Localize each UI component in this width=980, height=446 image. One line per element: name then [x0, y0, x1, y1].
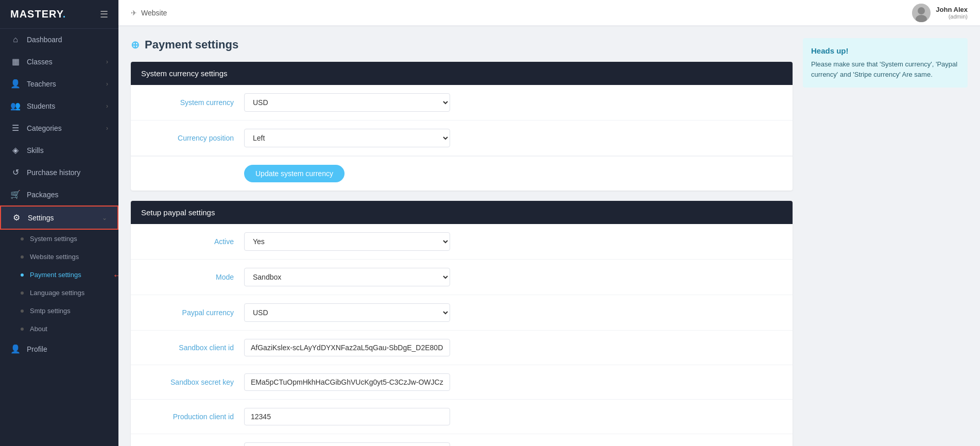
chevron-right-icon: ›: [106, 58, 108, 65]
currency-position-control: Left Right: [244, 129, 782, 147]
sidebar-item-classes[interactable]: ▦ Classes ›: [0, 50, 118, 73]
paypal-mode-label: Mode: [141, 273, 244, 281]
user-info-section: John Alex (admin): [912, 4, 968, 22]
sidebar-item-label: Packages: [27, 191, 108, 199]
paypal-active-label: Active: [141, 237, 244, 246]
sidebar-item-label: Profile: [27, 345, 108, 353]
system-currency-header: System currency settings: [131, 62, 793, 85]
sidebar-subitem-payment-settings[interactable]: Payment settings ←: [0, 266, 118, 284]
avatar: [912, 4, 931, 22]
sandbox-secret-key-row: Sandbox secret key: [131, 365, 793, 400]
page-title-icon: ⊕: [131, 39, 140, 51]
alert-title: Heads up!: [811, 46, 959, 55]
sidebar-nav: ⌂ Dashboard ▦ Classes › 👤 Teachers › 👥 S…: [0, 29, 118, 360]
sidebar-item-label: Purchase history: [27, 168, 108, 177]
user-name: John Alex: [936, 6, 968, 13]
sidebar-item-profile[interactable]: 👤 Profile: [0, 338, 118, 360]
sidebar: MASTERY. ☰ ⌂ Dashboard ▦ Classes › 👤 Tea…: [0, 0, 118, 446]
sidebar-item-dashboard[interactable]: ⌂ Dashboard: [0, 29, 118, 50]
system-currency-row: System currency USD EUR GBP JPY: [131, 85, 793, 121]
system-currency-action-row: Update system currency: [131, 156, 793, 191]
sidebar-item-skills[interactable]: ◈ Skills: [0, 139, 118, 161]
production-secret-key-input[interactable]: [244, 442, 450, 446]
paypal-mode-control: Sandbox Live: [244, 268, 782, 286]
chevron-right-icon: ›: [106, 102, 108, 110]
production-client-id-label: Production client id: [141, 413, 244, 421]
production-secret-key-control: [244, 442, 782, 446]
sidebar-item-purchase-history[interactable]: ↺ Purchase history: [0, 161, 118, 183]
teachers-icon: 👤: [10, 79, 21, 89]
sidebar-subitem-label: Website settings: [30, 253, 79, 261]
system-currency-select[interactable]: USD EUR GBP JPY: [244, 93, 450, 112]
sidebar-item-categories[interactable]: ☰ Categories ›: [0, 117, 118, 139]
page-title-text: Payment settings: [145, 38, 238, 52]
sidebar-subitem-language-settings[interactable]: Language settings: [0, 284, 118, 302]
paypal-currency-control: USD EUR GBP: [244, 303, 782, 322]
currency-position-select[interactable]: Left Right: [244, 129, 450, 147]
sandbox-secret-key-input[interactable]: [244, 373, 450, 391]
currency-position-label: Currency position: [141, 134, 244, 142]
sandbox-secret-key-control: [244, 373, 782, 391]
sub-dot-icon: [21, 310, 24, 313]
sub-dot-icon: [21, 291, 24, 295]
sidebar-subitem-label: Language settings: [30, 289, 84, 297]
production-secret-key-row: Production secret key: [131, 434, 793, 446]
production-client-id-control: [244, 408, 782, 425]
sidebar-subitem-smtp-settings[interactable]: Smtp settings: [0, 302, 118, 320]
content-main: ⊕ Payment settings System currency setti…: [131, 38, 793, 434]
sidebar-item-label: Categories: [27, 124, 106, 132]
dashboard-icon: ⌂: [10, 35, 21, 44]
sidebar-subitem-about[interactable]: About: [0, 320, 118, 338]
sidebar-item-label: Settings: [28, 214, 102, 222]
red-arrow-icon: ←: [112, 269, 118, 281]
classes-icon: ▦: [10, 57, 21, 66]
sandbox-client-id-row: Sandbox client id: [131, 331, 793, 365]
paypal-settings-header: Setup paypal settings: [131, 201, 793, 224]
sidebar-item-settings[interactable]: ⚙ Settings ⌄: [0, 205, 118, 230]
sandbox-client-id-control: [244, 339, 782, 356]
chevron-down-icon: ⌄: [102, 214, 107, 221]
paypal-settings-card: Setup paypal settings Active Yes No Mode: [131, 201, 793, 446]
system-currency-card: System currency settings System currency…: [131, 62, 793, 191]
production-client-id-input[interactable]: [244, 408, 450, 425]
paypal-currency-row: Paypal currency USD EUR GBP: [131, 295, 793, 331]
sidebar-subitem-label: System settings: [30, 235, 77, 243]
sandbox-client-id-input[interactable]: [244, 339, 450, 356]
sidebar-item-teachers[interactable]: 👤 Teachers ›: [0, 73, 118, 95]
svg-point-1: [918, 7, 925, 14]
sidebar-subitem-label: About: [30, 325, 47, 333]
logo-text: MASTERY.: [10, 8, 66, 20]
sandbox-secret-key-label: Sandbox secret key: [141, 378, 244, 386]
sidebar-item-label: Students: [27, 102, 106, 110]
user-role: (admin): [936, 13, 968, 20]
sub-dot-icon: [21, 255, 24, 259]
hamburger-icon[interactable]: ☰: [100, 9, 108, 20]
sidebar-subitem-website-settings[interactable]: Website settings: [0, 248, 118, 266]
paypal-currency-select[interactable]: USD EUR GBP: [244, 303, 450, 322]
topbar: ✈ Website John Alex (admin): [118, 0, 980, 26]
sidebar-item-packages[interactable]: 🛒 Packages: [0, 183, 118, 205]
chevron-right-icon: ›: [106, 125, 108, 132]
system-currency-body: System currency USD EUR GBP JPY Currency…: [131, 85, 793, 191]
alert-body: Please make sure that 'System currency',…: [811, 59, 959, 79]
paypal-settings-body: Active Yes No Mode Sandbox: [131, 224, 793, 446]
sub-dot-icon: [21, 328, 24, 331]
packages-icon: 🛒: [10, 190, 21, 199]
sidebar-item-students[interactable]: 👥 Students ›: [0, 95, 118, 117]
sidebar-subitem-label: Smtp settings: [30, 307, 71, 315]
sidebar-subitem-system-settings[interactable]: System settings: [0, 230, 118, 248]
paypal-mode-select[interactable]: Sandbox Live: [244, 268, 450, 286]
sidebar-item-label: Classes: [27, 58, 106, 66]
categories-icon: ☰: [10, 123, 21, 133]
update-system-currency-button[interactable]: Update system currency: [244, 165, 345, 182]
paypal-active-select[interactable]: Yes No: [244, 232, 450, 251]
skills-icon: ◈: [10, 145, 21, 155]
students-icon: 👥: [10, 101, 21, 111]
sidebar-item-label: Dashboard: [27, 36, 108, 44]
system-currency-control: USD EUR GBP JPY: [244, 93, 782, 112]
settings-icon: ⚙: [11, 213, 22, 222]
alert-box: Heads up! Please make sure that 'System …: [803, 38, 968, 88]
currency-position-row: Currency position Left Right: [131, 121, 793, 156]
sidebar-subitem-label: Payment settings: [30, 271, 81, 279]
content-sidebar: Heads up! Please make sure that 'System …: [803, 38, 968, 434]
